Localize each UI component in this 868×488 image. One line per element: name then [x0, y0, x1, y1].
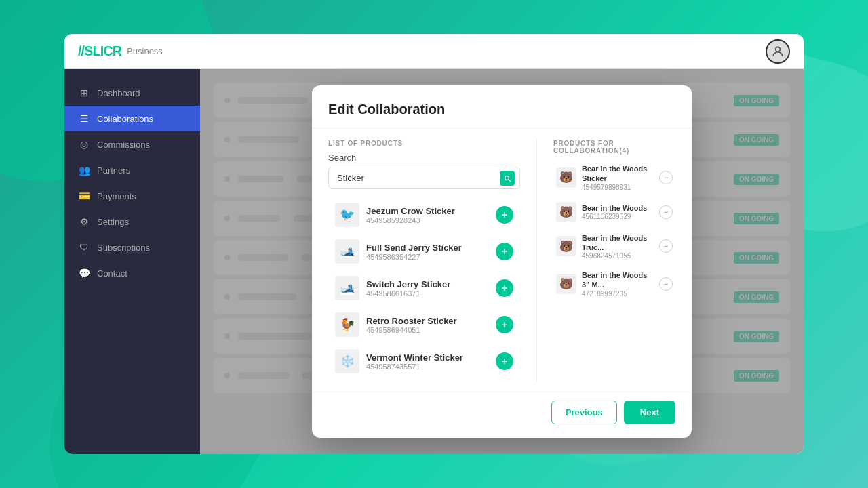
list-item[interactable]: 🐓 Retro Rooster Sticker 4549586944051	[328, 307, 520, 342]
selected-product-name: Bear in the Woods 3" M...	[582, 270, 654, 290]
logo-text: //SLICR	[78, 43, 121, 58]
plus-icon	[500, 247, 509, 256]
list-item[interactable]: 🐄 Beltie Cow Euro Sticker 4549599723571	[328, 380, 520, 381]
app-container: //SLICR Business ⊞ Dashboard ☰ Collabora…	[64, 34, 804, 454]
modal-header: Edit Collaboration	[312, 85, 692, 129]
add-product-button[interactable]	[496, 316, 513, 333]
app-body: ⊞ Dashboard ☰ Collaborations ◎ Commissio…	[64, 69, 804, 454]
sidebar-item-payments[interactable]: 💳 Payments	[64, 183, 200, 209]
sidebar-item-commissions[interactable]: ◎ Commissions	[64, 131, 200, 157]
selected-list-item: 🐻 Bear in the Woods Sticker 454957989893…	[553, 160, 675, 195]
sidebar-label-dashboard: Dashboard	[97, 88, 140, 98]
business-label: Business	[127, 46, 163, 56]
sidebar-item-collaborations[interactable]: ☰ Collaborations	[64, 106, 200, 131]
sidebar-item-settings[interactable]: ⚙ Settings	[64, 209, 200, 235]
sidebar-icon-dashboard: ⊞	[78, 87, 90, 99]
previous-button[interactable]: Previous	[551, 401, 617, 424]
product-thumbnail: 🐦	[335, 203, 359, 227]
plus-icon	[500, 321, 509, 329]
panel-divider	[536, 140, 537, 381]
selected-info: Bear in the Woods Truc... 4596824571955	[582, 233, 654, 260]
topbar: //SLICR Business	[64, 34, 804, 69]
selected-product-sku: 4596824571955	[582, 252, 654, 260]
product-name: Jeezum Crow Sticker	[366, 206, 489, 216]
topbar-right	[766, 39, 790, 64]
sidebar-label-settings: Settings	[97, 217, 129, 227]
remove-product-button[interactable]: −	[659, 277, 673, 291]
sidebar-icon-partners: 👥	[78, 164, 90, 176]
search-button[interactable]	[500, 171, 515, 186]
selected-product-sku: 472109997235	[582, 290, 654, 298]
product-info: Jeezum Crow Sticker 4549585928243	[366, 206, 489, 224]
sidebar-label-partners: Partners	[97, 165, 130, 176]
sidebar-item-dashboard[interactable]: ⊞ Dashboard	[64, 80, 200, 106]
product-info: Switch Jerry Sticker 4549586616371	[366, 279, 489, 298]
selected-list: 🐻 Bear in the Woods Sticker 454957989893…	[553, 160, 675, 381]
search-input[interactable]	[328, 167, 520, 189]
sidebar-item-contact[interactable]: 💬 Contact	[64, 260, 200, 286]
product-info: Full Send Jerry Sticker 4549586354227	[366, 243, 489, 261]
selected-product-sku: 4549579898931	[582, 184, 654, 191]
search-icon	[503, 174, 511, 182]
svg-point-0	[776, 47, 781, 52]
app-logo: //SLICR	[78, 43, 121, 59]
products-panel: LIST OF PRODUCTS Search	[328, 140, 520, 381]
list-item[interactable]: 🎿 Full Send Jerry Sticker 4549586354227	[328, 234, 520, 269]
selected-product-sku: 4561106239529	[582, 213, 654, 220]
product-thumbnail: ❄️	[335, 349, 359, 373]
sidebar-label-commissions: Commissions	[97, 140, 150, 150]
add-product-button[interactable]	[496, 243, 513, 260]
modal-title: Edit Collaboration	[328, 102, 675, 117]
sidebar-icon-collaborations: ☰	[78, 113, 90, 125]
list-item[interactable]: 🐦 Jeezum Crow Sticker 4549585928243	[328, 197, 520, 232]
add-product-button[interactable]	[496, 206, 513, 224]
list-item[interactable]: ❄️ Vermont Winter Sticker 4549587435571	[328, 344, 520, 379]
product-info: Vermont Winter Sticker 4549587435571	[366, 352, 489, 371]
plus-icon	[500, 357, 509, 365]
product-sku: 4549586616371	[366, 289, 489, 298]
product-info: Retro Rooster Sticker 4549586944051	[366, 316, 489, 334]
product-thumbnail: 🎿	[335, 239, 359, 264]
sidebar-icon-settings: ⚙	[78, 216, 90, 228]
selected-product-name: Bear in the Woods Sticker	[582, 164, 654, 184]
sidebar-label-contact: Contact	[97, 268, 127, 279]
user-avatar[interactable]	[766, 39, 790, 64]
product-sku: 4549586354227	[366, 253, 489, 261]
sidebar-item-partners[interactable]: 👥 Partners	[64, 157, 200, 183]
selected-info: Bear in the Woods 4561106239529	[582, 203, 654, 220]
selected-panel: PRODUCTS FOR COLLABORATION(4) 🐻 Bear in …	[553, 140, 675, 381]
remove-product-button[interactable]: −	[659, 239, 673, 253]
selected-product-name: Bear in the Woods Truc...	[582, 233, 654, 253]
add-product-button[interactable]	[496, 279, 513, 297]
selected-thumbnail: 🐻	[556, 167, 576, 188]
selected-thumbnail: 🐻	[556, 274, 576, 294]
plus-icon	[500, 211, 509, 219]
sidebar-icon-payments: 💳	[78, 190, 90, 202]
modal-footer: Previous Next	[312, 392, 692, 438]
selected-list-item: 🐻 Bear in the Woods 4561106239529 −	[553, 198, 675, 226]
sidebar-icon-commissions: ◎	[78, 138, 90, 150]
selected-list-item: 🐻 Bear in the Woods Truc... 459682457195…	[553, 229, 675, 264]
sidebar-label-payments: Payments	[97, 191, 136, 201]
selected-panel-label: PRODUCTS FOR COLLABORATION(4)	[553, 140, 675, 155]
modal-overlay: Edit Collaboration LIST OF PRODUCTS Sear…	[200, 69, 804, 454]
product-thumbnail: 🎿	[335, 276, 359, 300]
remove-product-button[interactable]: −	[659, 171, 673, 184]
product-sku: 4549587435571	[366, 363, 489, 371]
next-button[interactable]: Next	[624, 401, 675, 424]
sidebar: ⊞ Dashboard ☰ Collaborations ◎ Commissio…	[64, 69, 200, 454]
search-label: Search	[328, 152, 520, 163]
sidebar-item-subscriptions[interactable]: 🛡 Subscriptions	[64, 235, 200, 260]
main-content: ON GOING ON GOING ON GOING ON GOING ON G…	[200, 69, 804, 454]
remove-product-button[interactable]: −	[659, 205, 673, 219]
product-list: 🐦 Jeezum Crow Sticker 4549585928243 🎿 Fu…	[328, 197, 520, 381]
product-thumbnail: 🐓	[335, 312, 359, 337]
list-item[interactable]: 🎿 Switch Jerry Sticker 4549586616371	[328, 270, 520, 306]
selected-info: Bear in the Woods Sticker 4549579898931	[582, 164, 654, 191]
product-name: Retro Rooster Sticker	[366, 316, 489, 326]
add-product-button[interactable]	[496, 352, 513, 370]
product-name: Full Send Jerry Sticker	[366, 243, 489, 253]
plus-icon	[500, 284, 509, 292]
product-sku: 4549585928243	[366, 216, 489, 224]
product-name: Switch Jerry Sticker	[366, 279, 489, 289]
